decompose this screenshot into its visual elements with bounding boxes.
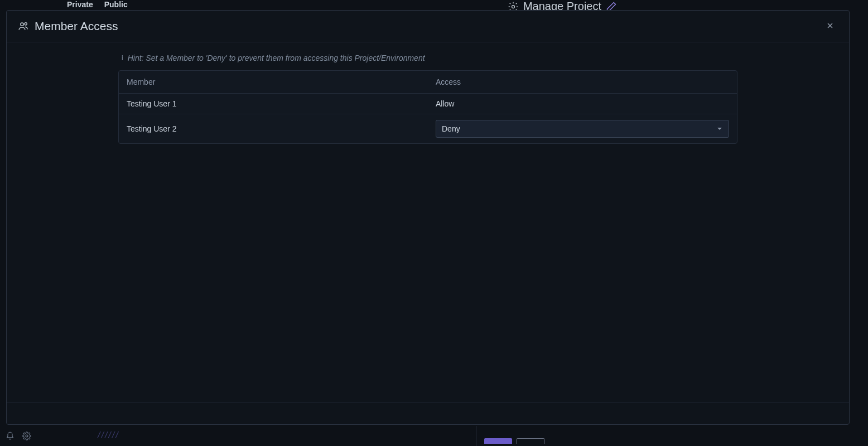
settings-icon[interactable]	[22, 432, 31, 440]
background-top-bar: Private Public Manage Project	[0, 0, 868, 10]
member-name-cell: Testing User 1	[119, 94, 428, 114]
svg-point-2	[21, 23, 23, 26]
background-button-group	[484, 438, 544, 444]
hint-row: i Hint: Set a Member to 'Deny' to preven…	[118, 54, 737, 62]
tab-private[interactable]: Private	[67, 0, 93, 9]
vertical-divider	[476, 426, 476, 446]
info-icon: i	[122, 54, 123, 62]
modal-footer	[7, 402, 849, 424]
member-access-table: Member Access Testing User 1 Allow Testi…	[119, 71, 737, 143]
decorative-stripes: //////	[98, 430, 119, 440]
column-header-access: Access	[428, 71, 737, 94]
modal-body: i Hint: Set a Member to 'Deny' to preven…	[7, 42, 849, 402]
member-name-cell: Testing User 2	[119, 114, 428, 144]
svg-point-0	[512, 5, 514, 8]
svg-point-3	[25, 23, 27, 25]
table-row: Testing User 1 Allow	[119, 94, 737, 114]
member-access-modal: Member Access i Hint: Set a Member to 'D…	[6, 10, 850, 425]
access-select[interactable]: Allow Deny	[436, 120, 729, 138]
background-button-secondary[interactable]	[517, 438, 544, 444]
svg-point-1	[26, 435, 28, 437]
access-value-static: Allow	[436, 99, 454, 108]
column-header-member: Member	[119, 71, 428, 94]
hint-text: Hint: Set a Member to 'Deny' to prevent …	[128, 54, 425, 62]
modal-header: Member Access	[7, 11, 849, 42]
close-button[interactable]	[821, 18, 839, 34]
users-icon	[18, 21, 29, 32]
bell-icon[interactable]	[6, 432, 15, 440]
modal-title: Member Access	[35, 20, 118, 33]
background-button-primary[interactable]	[484, 438, 512, 444]
close-icon	[826, 21, 835, 30]
tab-public[interactable]: Public	[104, 0, 128, 9]
member-access-table-card: Member Access Testing User 1 Allow Testi…	[118, 70, 737, 144]
background-bottom-bar: //////	[0, 426, 868, 446]
table-row: Testing User 2 Allow Deny	[119, 114, 737, 144]
